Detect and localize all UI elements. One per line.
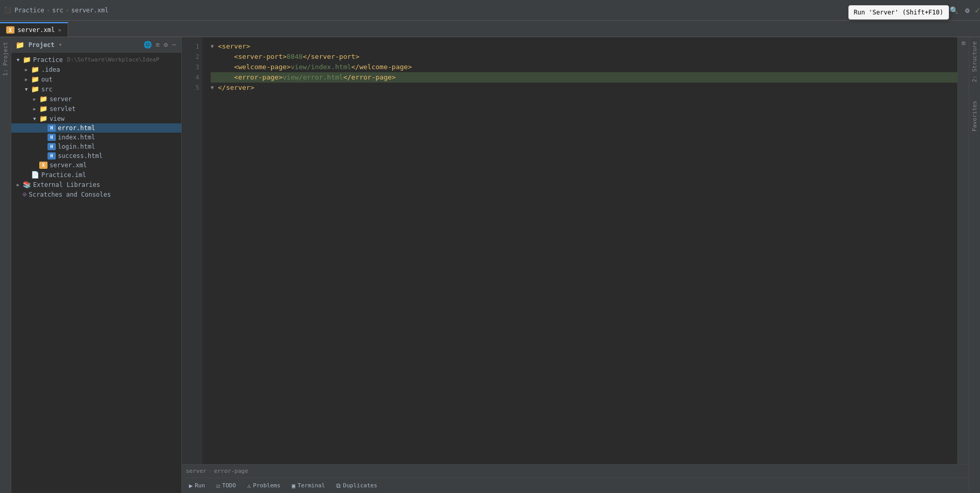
- tree-item-src[interactable]: ▼ 📁 src: [11, 84, 181, 94]
- html-icon-index: H: [48, 134, 56, 141]
- code-line-3: <welcome-page>view/index.html</welcome-p…: [211, 62, 957, 72]
- tab-server-xml[interactable]: X server.xml ×: [0, 22, 68, 37]
- html-icon-login: H: [48, 143, 56, 150]
- project-panel-title: Project: [28, 41, 55, 49]
- xml-file-icon: X: [6, 26, 14, 34]
- project-tree: ▼ 📁 Practice D:\Software\Workplace\IdeaP…: [11, 53, 181, 493]
- bottom-tab-terminal[interactable]: ▣ Terminal: [287, 480, 330, 491]
- project-settings-icon[interactable]: ⚙: [163, 40, 169, 50]
- sidebar-project-tab[interactable]: 1: Project: [0, 37, 11, 80]
- main-area: 1: Project 📁 Project ▾ 🌐 ≡ ⚙ − ▼ 📁: [0, 37, 980, 493]
- tree-label-error-html: error.html: [58, 124, 95, 132]
- fold-arrow-1[interactable]: ▼: [211, 41, 218, 52]
- tree-item-external-libs[interactable]: ▶ 📚 External Libraries: [11, 180, 181, 189]
- tab-close-button[interactable]: ×: [58, 27, 61, 34]
- line-num-3: 3: [182, 62, 199, 72]
- bottom-tab-duplicates[interactable]: ⧉ Duplicates: [331, 480, 382, 491]
- tree-item-servlet[interactable]: ▶ 📁 servlet: [11, 104, 181, 114]
- code-line-5: ▼ </server>: [211, 83, 957, 93]
- bottom-tabs: ▶ Run ☑ TODO ⚠ Problems ▣ Terminal ⧉ D: [182, 478, 969, 493]
- out-folder-icon: 📁: [31, 75, 39, 83]
- tree-item-practice[interactable]: ▼ 📁 Practice D:\Software\Workplace\IdeaP: [11, 55, 181, 65]
- app-icon: ⬛: [4, 7, 11, 13]
- line-num-1: 1: [182, 41, 199, 52]
- project-layout-icon[interactable]: ≡: [155, 40, 161, 50]
- tree-item-login-html[interactable]: H login.html: [11, 142, 181, 151]
- tree-label-success-html: success.html: [58, 152, 103, 160]
- search-everywhere-icon[interactable]: 🔍: [948, 5, 959, 16]
- servlet-folder-icon: 📁: [39, 105, 48, 113]
- arrow-servlet: ▶: [32, 106, 37, 112]
- tree-label-practice: Practice: [33, 56, 63, 63]
- tree-label-idea: .idea: [41, 66, 60, 73]
- html-icon-error: H: [48, 124, 56, 132]
- right-sidebar: ≡: [957, 37, 969, 464]
- folder-icon: 📁: [15, 41, 24, 49]
- tree-item-practice-iml[interactable]: 📄 Practice.iml: [11, 170, 181, 180]
- arrow-out: ▶: [24, 77, 29, 82]
- run-tab-icon: ▶: [189, 482, 193, 489]
- todo-tab-icon: ☑: [216, 482, 220, 489]
- structure-tab[interactable]: 2: Structure: [969, 37, 980, 86]
- arrow-server: ▶: [32, 97, 37, 102]
- bottom-tab-problems[interactable]: ⚠ Problems: [242, 480, 286, 491]
- src-folder-icon: 📁: [31, 85, 39, 93]
- code-editor[interactable]: ▼ <server> <server-port>8848</server-por…: [202, 37, 957, 464]
- code-line-1: ▼ <server>: [211, 41, 957, 52]
- project-close-icon[interactable]: −: [171, 40, 177, 50]
- project-panel: 📁 Project ▾ 🌐 ≡ ⚙ − ▼ 📁 Practice D:\Soft…: [11, 37, 182, 493]
- problems-tab-label: Problems: [253, 482, 280, 489]
- bottom-tab-run[interactable]: ▶ Run: [184, 480, 210, 491]
- lib-icon: 📚: [23, 181, 31, 188]
- green-check-icon: ✓: [975, 5, 980, 15]
- duplicates-tab-icon: ⧉: [336, 482, 341, 489]
- fold-arrow-5[interactable]: ▼: [211, 83, 218, 93]
- tree-item-server-xml[interactable]: X server.xml: [11, 161, 181, 170]
- favorites-tab[interactable]: Favorites: [969, 97, 980, 136]
- tree-item-server[interactable]: ▶ 📁 server: [11, 94, 181, 104]
- tree-item-index-html[interactable]: H index.html: [11, 133, 181, 142]
- line-num-5: 5: [182, 83, 199, 93]
- bottom-tab-todo[interactable]: ☑ TODO: [211, 480, 241, 491]
- view-folder-icon: 📁: [39, 115, 48, 122]
- tree-label-src: src: [41, 86, 53, 93]
- tree-label-login-html: login.html: [58, 143, 95, 150]
- tree-item-view[interactable]: ▼ 📁 view: [11, 114, 181, 123]
- iml-icon: 📄: [31, 171, 39, 179]
- tree-label-server: server: [50, 96, 72, 103]
- project-dropdown-arrow[interactable]: ▾: [59, 41, 62, 48]
- project-add-icon[interactable]: 🌐: [143, 40, 153, 50]
- editor-content: 1 2 3 4 5 ▼ <server>: [182, 37, 969, 464]
- terminal-tab-label: Terminal: [297, 482, 325, 489]
- todo-tab-label: TODO: [222, 482, 236, 489]
- tree-label-index-html: index.html: [58, 134, 95, 141]
- tree-item-idea[interactable]: ▶ 📁 .idea: [11, 65, 181, 74]
- arrow-view: ▼: [32, 116, 37, 121]
- run-tooltip: Run 'Server' (Shift+F10): [848, 5, 949, 20]
- xml-icon-server: X: [39, 162, 48, 169]
- breadcrumb-item-src: src: [52, 7, 64, 14]
- duplicates-tab-label: Duplicates: [343, 482, 377, 489]
- tree-item-success-html[interactable]: H success.html: [11, 151, 181, 161]
- project-header: 📁 Project ▾ 🌐 ≡ ⚙ −: [11, 37, 181, 53]
- problems-tab-icon: ⚠: [247, 482, 251, 489]
- tree-label-out: out: [41, 76, 53, 83]
- editor-area: 1 2 3 4 5 ▼ <server>: [182, 37, 969, 493]
- tree-item-out[interactable]: ▶ 📁 out: [11, 74, 181, 84]
- status-breadcrumb-server: server: [186, 468, 207, 474]
- tree-item-scratches[interactable]: ⊙ Scratches and Consoles: [11, 189, 181, 199]
- right-sidebar-icon-1[interactable]: ≡: [958, 37, 969, 49]
- arrow-practice: ▼: [15, 57, 21, 62]
- breadcrumb-item-file: server.xml: [71, 7, 108, 14]
- arrow-external-libs: ▶: [15, 182, 21, 187]
- tree-label-practice-iml: Practice.iml: [41, 171, 86, 179]
- tree-path-practice: D:\Software\Workplace\IdeaP: [67, 56, 160, 63]
- project-header-actions: 🌐 ≡ ⚙ −: [143, 40, 177, 50]
- line-num-2: 2: [182, 52, 199, 62]
- tab-label: server.xml: [18, 26, 55, 34]
- settings-icon[interactable]: ⚙: [961, 5, 973, 16]
- html-icon-success: H: [48, 152, 56, 160]
- scratch-icon: ⊙: [23, 190, 27, 198]
- top-bar: ⬛ Practice › src › server.xml Server ▾ ▶…: [0, 0, 980, 21]
- tree-item-error-html[interactable]: H error.html: [11, 123, 181, 133]
